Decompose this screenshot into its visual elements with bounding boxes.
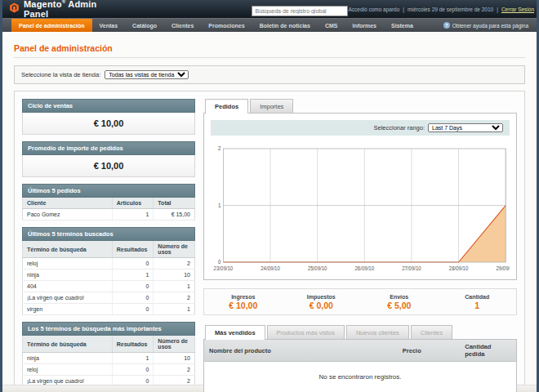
nav-tab-sistema[interactable]: Sistema (384, 19, 421, 32)
tab-importes[interactable]: Importes (250, 99, 293, 113)
nav-tab-clientes[interactable]: Clientes (164, 19, 201, 32)
tab-clientes: Clientes (411, 325, 452, 339)
orders-chart-wrap: 01223/09/1024/09/1025/09/1026/09/1027/09… (211, 144, 510, 273)
column-header-termino-de-busqueda: Término de búsqueda (23, 241, 113, 258)
column-header-cantidad-pedida: Cantidad pedida (460, 340, 516, 362)
stat-label: Cantidad (439, 294, 517, 300)
panel-title: Los 5 términos de búsqueda más important… (22, 322, 195, 336)
help-link[interactable]: ? Obtener ayuda para esta página (443, 19, 537, 32)
last-orders-table: ClienteArtículosTotalPaco Gomez1€ 15,00 (22, 198, 195, 220)
dashboard-right-column: PedidosImportes Seleccionar rango: Last … (203, 99, 517, 392)
global-search-input[interactable] (252, 6, 348, 16)
nav-tab-informes[interactable]: Informes (345, 19, 384, 32)
svg-text:23/09/10: 23/09/10 (214, 265, 234, 271)
magento-logo-icon (9, 2, 20, 16)
column-header-resultados: Resultados (112, 336, 154, 353)
table-cell: 0 (112, 258, 154, 270)
column-header-nombre-del-producto: Nombre del producto (204, 340, 398, 362)
avg-order-panel: Promedio de importe de pedidos € 10,00 (22, 141, 195, 177)
magento-logo: Magento®Admin Panel (9, 0, 96, 19)
chart-tabs: PedidosImportes (203, 99, 517, 113)
table-cell: ninja (23, 270, 113, 281)
sales-cycle-value: € 10,00 (22, 113, 195, 135)
table-cell: 2 (154, 364, 195, 376)
table-row: virgen01 (23, 304, 195, 315)
stats-summary: Ingresos€ 10,00Impuestos€ 0,00Envíos€ 5,… (203, 288, 517, 315)
tab-mas-vendidos[interactable]: Más vendidos (205, 325, 265, 340)
stat-value: € 5,00 (360, 301, 439, 310)
table-row: reloj02 (23, 364, 195, 376)
table-row: reloj02 (23, 258, 195, 270)
separator: | (497, 7, 498, 12)
app-header: Magento®Admin Panel Accedió como apardo … (2, 0, 537, 18)
table-cell: 404 (23, 281, 113, 292)
range-select[interactable]: Last 7 Days (428, 123, 503, 132)
store-view-bar: Seleccione la vista de tienda: Todas las… (14, 65, 525, 84)
last-search-terms-table: Término de búsquedaResultadosNúmero de u… (22, 241, 195, 315)
column-header-resultados: Resultados (112, 241, 154, 258)
page-frame: Magento®Admin Panel Accedió como apardo … (0, 0, 539, 392)
svg-text:2: 2 (218, 145, 221, 151)
nav-tab-boletin-de-noticias[interactable]: Boletín de noticias (252, 19, 318, 32)
table-row: ninja110 (23, 353, 195, 364)
app-title: Magento®Admin Panel (24, 0, 96, 19)
table-cell: 10 (154, 353, 195, 364)
svg-text:25/09/10: 25/09/10 (308, 265, 327, 271)
table-cell: 1 (154, 304, 195, 315)
panel-title: Promedio de importe de pedidos (22, 141, 195, 155)
svg-text:27/09/10: 27/09/10 (402, 265, 421, 271)
content-area: Panel de administración Seleccione la vi… (2, 32, 537, 392)
column-header-cliente: Cliente (23, 198, 113, 209)
table-cell: ninja (23, 353, 113, 364)
nav-tab-panel-de-administracion[interactable]: Panel de administración (11, 19, 92, 32)
stat-impuestos: Impuestos€ 0,00 (283, 294, 361, 310)
logout-link[interactable]: Cerrar Sesión (501, 7, 534, 12)
nav-tab-catalogo[interactable]: Catálogo (125, 19, 164, 32)
tab-nuevos-clientes: Nuevos clientes (346, 325, 409, 339)
tab-pedidos[interactable]: Pedidos (205, 99, 248, 114)
stat-value: € 0,00 (283, 301, 361, 310)
stat-label: Envíos (360, 294, 439, 300)
table-cell: virgen (23, 304, 113, 315)
svg-text:28/09/10: 28/09/10 (449, 265, 469, 271)
top-search-terms-table: Término de búsquedaResultadosNúmero de u… (22, 336, 195, 392)
orders-tab-content: Seleccionar rango: Last 7 Days 01223/09/… (203, 113, 517, 280)
tab-productos-mas-vistos: Productos más vistos (267, 325, 345, 339)
store-view-select[interactable]: Todas las vistas de tienda (105, 70, 189, 79)
table-row: ninja110 (23, 270, 195, 281)
top-search-terms-panel: Los 5 términos de búsqueda más important… (22, 322, 195, 392)
nav-tab-ventas[interactable]: Ventas (92, 19, 126, 32)
table-row: 40401 (23, 281, 195, 292)
nav-tab-promociones[interactable]: Promociones (201, 19, 252, 32)
current-date: miércoles 29 de septiembre de 2010 (408, 7, 493, 12)
stat-value: 1 (439, 301, 517, 310)
nav-tab-cms[interactable]: CMS (318, 19, 345, 32)
table-cell: 1 (112, 353, 154, 364)
stat-label: Ingresos (204, 294, 283, 300)
main-nav: Panel de administraciónVentasCatálogoCli… (2, 18, 537, 32)
table-cell: 1 (154, 281, 195, 292)
column-header-precio: Precio (398, 340, 460, 362)
svg-text:1: 1 (218, 203, 221, 208)
avg-order-value: € 10,00 (22, 155, 195, 177)
range-label: Seleccionar rango: (373, 124, 425, 131)
help-label: Obtener ayuda para esta página (452, 23, 528, 29)
stat-label: Impuestos (283, 294, 361, 300)
table-cell: 0 (112, 304, 154, 315)
table-cell: 2 (154, 258, 195, 270)
panel-title: Ciclo de ventas (22, 99, 195, 113)
table-cell: 0 (112, 281, 154, 292)
table-row: Paco Gomez1€ 15,00 (23, 209, 195, 220)
store-view-label: Seleccione la vista de tienda: (21, 71, 100, 78)
table-cell: 0 (112, 364, 154, 376)
table-row: ¡La virgen que cuadro!02 (23, 292, 195, 304)
column-header-articulos: Artículos (112, 198, 154, 209)
last-search-terms-panel: Últimos 5 términos buscados Término de b… (22, 227, 195, 315)
sales-cycle-panel: Ciclo de ventas € 10,00 (22, 99, 195, 135)
table-cell: 1 (112, 209, 154, 220)
stat-value: € 10,00 (204, 301, 283, 310)
table-cell: ¡La virgen que cuadro! (23, 292, 113, 304)
table-cell: 2 (154, 292, 195, 304)
svg-text:26/09/10: 26/09/10 (355, 265, 375, 271)
table-cell: reloj (23, 258, 113, 270)
